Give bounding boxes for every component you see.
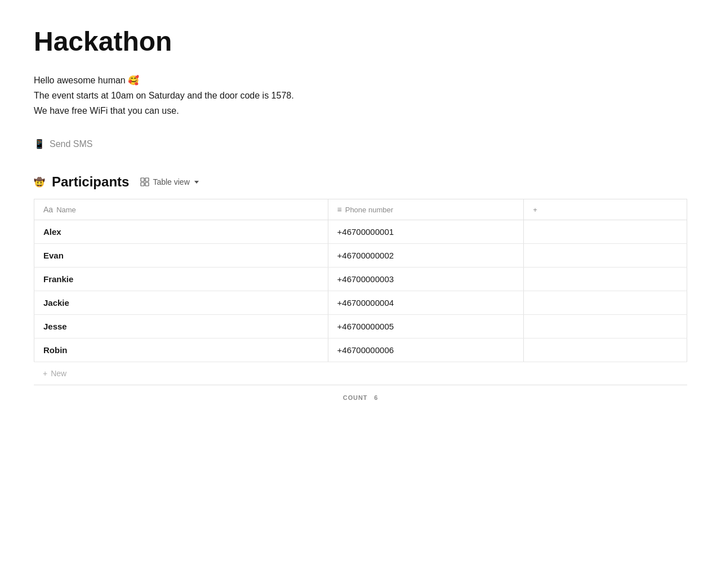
- cell-phone[interactable]: +46700000002: [328, 244, 524, 268]
- table-row: Robin+46700000006: [34, 338, 687, 362]
- cell-add: [524, 244, 687, 268]
- column-header-name[interactable]: Aa Name: [34, 199, 328, 220]
- count-value: 6: [374, 394, 378, 401]
- count-label: COUNT: [343, 394, 368, 401]
- phone-col-icon: ≡: [337, 205, 342, 214]
- column-header-add[interactable]: +: [524, 199, 687, 220]
- new-row-label: New: [51, 369, 66, 378]
- cell-name[interactable]: Robin: [34, 338, 328, 362]
- column-header-phone[interactable]: ≡ Phone number: [328, 199, 524, 220]
- cell-phone[interactable]: +46700000003: [328, 268, 524, 291]
- description-line2: The event starts at 10am on Saturday and…: [34, 88, 687, 103]
- cell-name[interactable]: Jesse: [34, 315, 328, 338]
- table-view-button[interactable]: Table view: [136, 175, 203, 189]
- table-row: Jackie+46700000004: [34, 291, 687, 315]
- cell-phone[interactable]: +46700000001: [328, 220, 524, 244]
- svg-rect-3: [145, 182, 149, 186]
- sms-icon: 📱: [34, 139, 45, 149]
- add-col-icon: +: [533, 206, 537, 214]
- cell-phone[interactable]: +46700000004: [328, 291, 524, 315]
- send-sms-button[interactable]: 📱 Send SMS: [34, 136, 92, 152]
- section-header: 🤠 Participants Table view: [34, 174, 687, 190]
- svg-rect-0: [141, 178, 144, 181]
- name-col-label: Name: [56, 206, 76, 214]
- cell-add: [524, 338, 687, 362]
- table-view-label: Table view: [153, 177, 189, 186]
- cell-add: [524, 291, 687, 315]
- page-title: Hackathon: [34, 27, 687, 57]
- table-row: Evan+46700000002: [34, 244, 687, 268]
- page-description: Hello awesome human 🥰 The event starts a…: [34, 73, 687, 119]
- description-line1: Hello awesome human 🥰: [34, 73, 687, 88]
- section-title: Participants: [52, 174, 129, 190]
- participants-table: Aa Name ≡ Phone number + Alex+4670000000…: [34, 199, 687, 362]
- chevron-down-icon: [194, 181, 199, 184]
- count-footer: COUNT 6: [34, 385, 687, 410]
- cell-name[interactable]: Frankie: [34, 268, 328, 291]
- cell-name[interactable]: Jackie: [34, 291, 328, 315]
- cell-phone[interactable]: +46700000006: [328, 338, 524, 362]
- table-header-row: Aa Name ≡ Phone number +: [34, 199, 687, 220]
- cell-add: [524, 220, 687, 244]
- phone-col-label: Phone number: [345, 206, 393, 214]
- section-emoji: 🤠: [34, 177, 45, 188]
- cell-add: [524, 315, 687, 338]
- name-col-icon: Aa: [43, 205, 53, 214]
- cell-name[interactable]: Alex: [34, 220, 328, 244]
- cell-phone[interactable]: +46700000005: [328, 315, 524, 338]
- description-line3: We have free WiFi that you can use.: [34, 103, 687, 118]
- table-row: Alex+46700000001: [34, 220, 687, 244]
- send-sms-label: Send SMS: [50, 139, 92, 149]
- new-row-plus-icon: +: [43, 369, 47, 378]
- svg-rect-1: [145, 178, 149, 181]
- table-row: Jesse+46700000005: [34, 315, 687, 338]
- new-row-button[interactable]: + New: [34, 362, 687, 385]
- table-row: Frankie+46700000003: [34, 268, 687, 291]
- svg-rect-2: [141, 182, 144, 186]
- grid-icon: [140, 177, 149, 186]
- cell-name[interactable]: Evan: [34, 244, 328, 268]
- cell-add: [524, 268, 687, 291]
